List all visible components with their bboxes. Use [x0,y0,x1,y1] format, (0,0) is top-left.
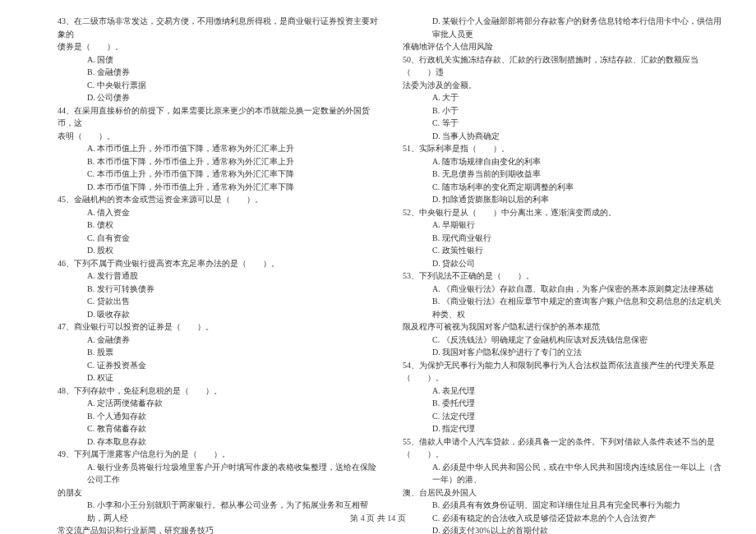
q43-option-b: B. 金融债券 [58,66,378,79]
q51-option-a: A. 随市场规律自由变化的利率 [403,155,723,168]
q44-option-d: D. 本币币值下降，外币币值上升，通常称为外汇汇率下降 [58,181,378,194]
q50-stem-line1: 50、行政机关实施冻结存款、汇款的行政强制措施时，冻结存款、汇款的数额应当（ ）… [403,53,723,79]
q51-option-c: C. 随市场利率的变化而定期调整的利率 [403,181,723,194]
q50-option-d: D. 当事人协商确定 [403,130,723,143]
q54-stem-line2: （ ）。 [403,371,723,384]
q53-option-c: C. 《反洗钱法》明确规定了金融机构应该对反洗钱信息保密 [403,334,723,347]
q50-option-a: A. 大于 [403,91,723,104]
q44-option-a: A. 本币币值上升，外币币值下降，通常称为外汇汇率上升 [58,142,378,155]
q52-option-d: D. 贷款公司 [403,257,723,270]
q44-option-c: C. 本币币值上升，外币币值下降，通常称为外汇汇率下降 [58,168,378,181]
q55-option-b: B. 必须具有有效身份证明、固定和详细住址且具有完全民事行为能力 [403,499,723,512]
q44-stem-line1: 44、在采用直接标价的前提下，如果需要比原来更少的本币就能兑换一定数量的外国货币… [58,104,378,130]
q55-option-a-line1: A. 必须是中华人民共和国公民，或在中华人民共和国境内连续居住一年以上（含一年）… [403,461,723,486]
q47-option-a: A. 金融债券 [58,334,378,347]
q51-stem: 51、实际利率是指（ ）。 [403,142,723,155]
q47-option-c: C. 证券投资基金 [58,359,378,372]
q55-stem-line2: （ ）。 [403,448,723,461]
q52-stem: 52、中央银行是从（ ）中分离出来，逐渐演变而成的。 [403,206,723,219]
q47-stem: 47、商业银行可以投资的证券是（ ）。 [58,320,378,334]
q52-option-a: A. 早期银行 [403,219,723,232]
q48-stem: 48、下列存款中，免征利息税的是（ ）。 [58,384,378,398]
q50-option-b: B. 小于 [403,104,723,117]
q52-option-c: C. 政策性银行 [403,244,723,257]
page-footer: 第 4 页 共 14 页 [0,513,756,524]
q55-stem-line1: 55、借款人申请个人汽车贷款，必须具备一定的条件。下列对借款人条件表述不当的是 [403,435,723,449]
q46-option-a: A. 发行普通股 [58,269,378,283]
q45-option-a: A. 借入资金 [58,206,378,219]
q53-option-a: A. 《商业银行法》存款自愿、取款自由，为客户保密的基本原则奠定法律基础 [403,283,723,296]
q53-option-b-line1: B. 《商业银行法》在相应章节中规定的查询客户账户信息和交易信息的法定机关种类、… [403,295,723,320]
q49-option-b-line2: 常交流产品知识和行业新闻，研究服务技巧 [58,524,378,534]
q53-stem: 53、下列说法不正确的是（ ）。 [403,269,723,283]
q55-option-a-line2: 澳、台居民及外国人 [403,486,723,499]
q47-option-b: B. 股票 [58,346,378,359]
q46-option-d: D. 吸收存款 [58,308,378,321]
q49-stem: 49、下列属于泄露客户信息行为的是（ ）。 [58,448,378,461]
q43-option-d: D. 公司债券 [58,91,378,104]
q54-option-c: C. 法定代理 [403,410,723,423]
q54-stem-line1: 54、为保护无民事行为能力人和限制民事行为人合法权益而依法直接产生的代理关系是 [403,359,723,372]
q45-stem: 45、金融机构的资本金或营运资金来源可以是（ ）。 [58,193,378,206]
q49-option-d-line2: 准确地评估个人信用风险 [403,40,723,53]
q51-option-d: D. 扣除通货膨胀影响以后的利率 [403,193,723,206]
q46-option-c: C. 贷款出售 [58,295,378,308]
q53-option-d: D. 我国对客户隐私保护进行了专门的立法 [403,346,723,359]
right-column: D. 某银行个人金融部部将部分存款客户的财务信息转给本行信用卡中心，供信用审批人… [403,15,723,534]
q44-option-b: B. 本币币值下降，外币币值上升，通常称为外汇汇率上升 [58,155,378,168]
q54-option-a: A. 表见代理 [403,384,723,398]
q45-option-d: D. 股权 [58,244,378,257]
q49-option-a-line1: A. 银行业务员将银行垃圾堆里客户开户时填写作废的表格收集整理，送给在保险公司工… [58,461,378,486]
document-page: 43、在二级市场非常发达，交易方便，不用缴纳利息所得税，是商业银行证券投资主要对… [0,0,756,534]
q51-option-b: B. 无息债券当前的到期收益率 [403,168,723,181]
q49-option-d-line1: D. 某银行个人金融部部将部分存款客户的财务信息转给本行信用卡中心，供信用审批人… [403,15,723,40]
q50-stem-line2: 法委为涉及的金额。 [403,79,723,92]
q52-option-b: B. 现代商业银行 [403,232,723,245]
q45-option-b: B. 债权 [58,219,378,232]
q44-stem-line2: 表明（ ）。 [58,130,378,143]
q48-option-d: D. 存本取息存款 [58,435,378,449]
q43-option-c: C. 中央银行票据 [58,79,378,92]
q54-option-d: D. 指定代理 [403,422,723,435]
q48-option-c: C. 教育储蓄存款 [58,422,378,435]
q47-option-d: D. 权证 [58,371,378,384]
q46-stem: 46、下列不属于商业银行提高资本充足率办法的是（ ）。 [58,257,378,270]
q43-stem-line1: 43、在二级市场非常发达，交易方便，不用缴纳利息所得税，是商业银行证券投资主要对… [58,15,378,40]
q48-option-b: B. 个人通知存款 [58,410,378,423]
q49-option-a-line2: 的朋友 [58,486,378,499]
q50-option-c: C. 等于 [403,117,723,130]
q54-option-b: B. 委托代理 [403,397,723,410]
q46-option-b: B. 发行可转换债券 [58,283,378,296]
q43-stem-line2: 债券是（ ）。 [58,40,378,53]
q53-option-b-line2: 限及程序可被视为我国对客户隐私进行保护的基本规范 [403,320,723,334]
q45-option-c: C. 自有资金 [58,232,378,245]
q48-option-a: A. 定活两便储蓄存款 [58,397,378,410]
q55-option-d: D. 必须支付30%以上的首期付款 [403,524,723,534]
left-column: 43、在二级市场非常发达，交易方便，不用缴纳利息所得税，是商业银行证券投资主要对… [58,15,378,534]
q43-option-a: A. 国债 [58,53,378,67]
